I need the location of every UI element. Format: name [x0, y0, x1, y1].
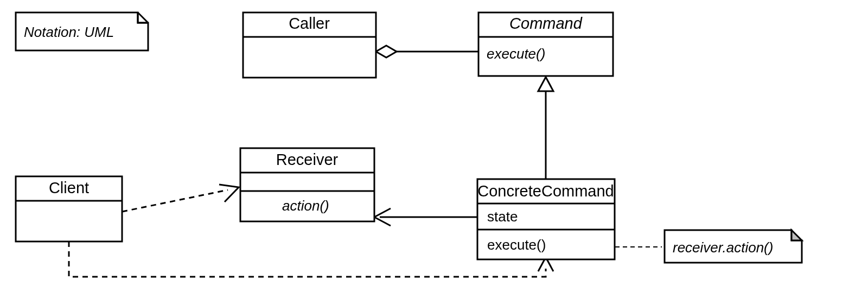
class-concrete-attr: state: [487, 208, 518, 225]
rel-concrete-assoc-receiver: [374, 208, 477, 226]
class-caller-name: Caller: [289, 15, 330, 32]
class-receiver-name: Receiver: [276, 151, 339, 168]
rel-caller-aggregates-command: [376, 46, 478, 58]
uml-command-diagram: Notation: UML Caller Command execute() R…: [0, 0, 868, 286]
class-client: Client: [16, 176, 122, 241]
class-client-name: Client: [49, 179, 89, 196]
svg-line-4: [122, 190, 228, 212]
class-command-method: execute(): [487, 46, 545, 62]
note-notation: Notation: UML: [16, 12, 148, 50]
class-caller: Caller: [243, 12, 376, 78]
class-concretecommand: ConcreteCommand state execute(): [477, 179, 615, 259]
svg-marker-3: [538, 77, 553, 91]
svg-marker-22: [792, 230, 802, 240]
class-command-name: Command: [509, 15, 583, 32]
class-concrete-method: execute(): [487, 237, 546, 253]
class-receiver: Receiver action(): [240, 148, 374, 221]
class-receiver-method: action(): [282, 198, 329, 214]
note-notation-text: Notation: UML: [24, 24, 114, 40]
class-concrete-name: ConcreteCommand: [477, 182, 614, 200]
rel-concrete-generalizes-command: [538, 77, 553, 179]
svg-marker-1: [376, 46, 397, 58]
rel-client-depends-receiver: [122, 185, 239, 212]
class-command: Command execute(): [478, 12, 613, 76]
note-receiver-action: receiver.action(): [665, 230, 802, 263]
note-receiver-action-text: receiver.action(): [673, 239, 773, 256]
